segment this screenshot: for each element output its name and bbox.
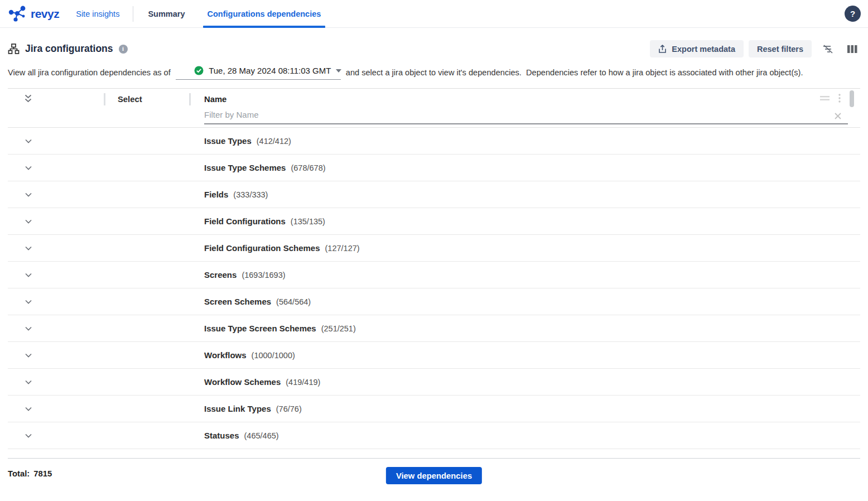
- table-row[interactable]: Statuses (465/465): [8, 422, 860, 449]
- dropdown-arrow-icon: [336, 69, 341, 73]
- subtitle: View all jira configuration dependencies…: [0, 57, 868, 80]
- total-value: 7815: [33, 469, 52, 478]
- page-title: Jira configurations: [25, 43, 113, 55]
- row-count: (678/678): [291, 163, 325, 172]
- chevron-down-icon[interactable]: [24, 244, 33, 255]
- row-count: (419/419): [286, 378, 320, 387]
- table-row[interactable]: Issue Type Schemes (678/678): [8, 155, 860, 181]
- chevron-down-icon[interactable]: [24, 378, 33, 389]
- filter-off-icon[interactable]: [820, 42, 836, 56]
- configurations-table: Select Name: [8, 88, 860, 449]
- table-row[interactable]: Screen Schemes (564/564): [8, 288, 860, 315]
- snapshot-dropdown[interactable]: Tue, 28 May 2024 08:11:03 GMT: [176, 65, 341, 80]
- snapshot-date: Tue, 28 May 2024 08:11:03 GMT: [209, 66, 331, 75]
- row-name: Issue Type Schemes: [204, 163, 286, 172]
- row-count: (251/251): [321, 324, 356, 333]
- row-name: Workflow Schemes: [204, 377, 281, 387]
- nav-site-insights[interactable]: Site insights: [73, 9, 123, 18]
- scrollbar-thumb[interactable]: [850, 90, 854, 107]
- tab-configurations-dependencies[interactable]: Configurations dependencies: [203, 0, 326, 27]
- chevron-down-icon[interactable]: [24, 351, 33, 362]
- table-row[interactable]: Fields (333/333): [8, 181, 860, 208]
- row-count: (1000/1000): [252, 351, 295, 360]
- chevron-down-icon[interactable]: [24, 404, 33, 416]
- row-name: Statuses: [204, 431, 239, 440]
- row-name: Issue Type Screen Schemes: [204, 324, 316, 333]
- page-header: Jira configurations i Export metadata Re…: [0, 28, 868, 57]
- table-row[interactable]: Issue Type Screen Schemes (251/251): [8, 315, 860, 342]
- reset-filters-label: Reset filters: [757, 45, 803, 54]
- row-name: Screen Schemes: [204, 297, 271, 306]
- expand-all-icon[interactable]: [23, 94, 33, 106]
- row-count: (412/412): [257, 137, 291, 146]
- name-filter-input[interactable]: [204, 109, 848, 124]
- chevron-down-icon[interactable]: [24, 137, 33, 148]
- column-menu-icon[interactable]: [838, 93, 841, 103]
- nav-tabs: Site insights Summary Configurations dep…: [73, 0, 339, 27]
- table-row[interactable]: Field Configurations (135/135): [8, 208, 860, 235]
- help-button[interactable]: ?: [845, 6, 861, 22]
- row-count: (135/135): [291, 217, 325, 226]
- column-divider: [189, 93, 191, 105]
- table-row[interactable]: Workflow Schemes (419/419): [8, 369, 860, 396]
- row-name: Issue Types: [204, 136, 252, 146]
- export-icon: [658, 45, 667, 54]
- total-label: Total:: [8, 469, 30, 478]
- row-count: (564/564): [276, 297, 311, 306]
- info-icon[interactable]: i: [119, 45, 128, 54]
- clear-filter-icon[interactable]: [833, 112, 842, 121]
- chevron-down-icon[interactable]: [24, 271, 33, 282]
- chevron-down-icon[interactable]: [24, 297, 33, 309]
- row-count: (76/76): [276, 404, 302, 413]
- reset-filters-button[interactable]: Reset filters: [749, 40, 812, 57]
- row-name: Fields: [204, 190, 228, 199]
- check-circle-icon: [181, 66, 204, 75]
- column-divider: [104, 93, 105, 105]
- tab-summary[interactable]: Summary: [143, 0, 189, 27]
- table-header: Select Name: [8, 89, 860, 128]
- row-count: (1693/1693): [242, 271, 285, 280]
- brand-name: revyz: [31, 7, 59, 21]
- table-row[interactable]: Issue Link Types (76/76): [8, 396, 860, 422]
- view-dependencies-button[interactable]: View dependencies: [386, 467, 482, 484]
- table-footer: Total: 7815 View dependencies: [8, 458, 860, 478]
- export-metadata-label: Export metadata: [672, 45, 735, 54]
- row-name: Workflows: [204, 350, 247, 360]
- chevron-down-icon[interactable]: [24, 217, 33, 228]
- row-name: Issue Link Types: [204, 404, 271, 413]
- column-header-name: Name: [204, 95, 226, 104]
- sitemap-icon: [8, 43, 20, 55]
- column-header-select: Select: [118, 95, 142, 104]
- chevron-down-icon[interactable]: [24, 324, 33, 335]
- row-count: (127/127): [325, 244, 360, 253]
- brand-logo[interactable]: revyz: [8, 4, 59, 24]
- chevron-down-icon[interactable]: [24, 190, 33, 201]
- row-count: (333/333): [233, 190, 268, 199]
- table-row[interactable]: Screens (1693/1693): [8, 262, 860, 288]
- question-mark-icon: ?: [850, 9, 855, 18]
- drag-handle-icon[interactable]: [820, 95, 830, 102]
- top-nav: revyz Site insights Summary Configuratio…: [0, 0, 868, 28]
- chevron-down-icon[interactable]: [24, 431, 33, 442]
- row-name: Field Configuration Schemes: [204, 243, 320, 253]
- subtitle-prefix: View all jira configuration dependencies…: [8, 68, 171, 77]
- row-name: Screens: [204, 270, 237, 280]
- table-row[interactable]: Issue Types (412/412): [8, 128, 860, 155]
- subtitle-suffix: and select a jira object to view it's de…: [346, 68, 803, 77]
- chevron-down-icon[interactable]: [24, 163, 33, 175]
- row-name: Field Configurations: [204, 216, 286, 226]
- export-metadata-button[interactable]: Export metadata: [650, 40, 744, 57]
- table-row[interactable]: Field Configuration Schemes (127/127): [8, 235, 860, 262]
- table-body: Issue Types (412/412) Issue Type Schemes…: [8, 128, 860, 449]
- nav-divider: [133, 6, 133, 22]
- columns-icon[interactable]: [845, 42, 860, 56]
- revyz-logo-icon: [8, 4, 28, 24]
- table-row[interactable]: Workflows (1000/1000): [8, 342, 860, 369]
- row-count: (465/465): [244, 431, 279, 440]
